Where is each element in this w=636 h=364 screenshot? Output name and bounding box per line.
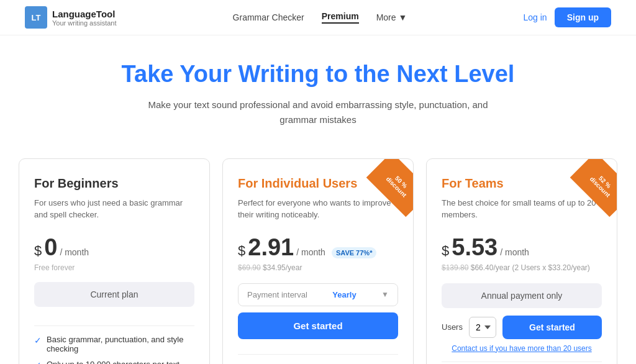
price-per-beginners: / month [60,247,89,257]
logo-sub: Your writing assistant [52,19,117,27]
feature-text: Only up to 10,000 characters per text [47,360,179,364]
price-amount-teams: 5.53 [452,234,497,261]
chevron-down-icon: ▼ [381,290,389,299]
price-per-teams: / month [500,247,529,257]
check-icon: ✓ [34,360,42,364]
price-detail-teams: (2 Users x $33.20/year) [512,263,589,272]
price-sub-teams: $139.80 $66.40/year (2 Users x $33.20/ye… [442,263,602,272]
card-beginners: For Beginners For users who just need a … [19,158,210,364]
get-started-teams-button[interactable]: Get started [502,316,602,339]
current-plan-button[interactable]: Current plan [34,282,194,307]
users-select[interactable]: 2 3 4 5 [469,317,496,338]
users-label: Users [442,322,463,332]
feature-text: Basic grammar, punctuation, and style ch… [47,335,194,353]
contact-link[interactable]: Contact us if you have more than 20 user… [442,344,602,353]
nav-actions: Log in Sign up [524,7,611,27]
price-dollar-beginners: $ [34,243,42,259]
logo-text: LanguageTool Your writing assistant [52,9,117,27]
hero-title: Take Your Writing to the Next Level [12,60,624,89]
logo[interactable]: LT LanguageTool Your writing assistant [25,6,117,29]
divider [442,362,602,362]
payment-interval-value: Yearly [332,290,356,299]
check-icon: ✓ [34,335,42,345]
nav-premium[interactable]: Premium [322,11,359,24]
price-old-individual: $69.90 [238,263,261,272]
get-started-individual-button[interactable]: Get started [238,312,398,339]
divider [34,325,194,326]
header: LT LanguageTool Your writing assistant G… [0,0,636,35]
price-amount-beginners: 0 [44,234,57,261]
card-individual-desc: Perfect for everyone who wants to improv… [238,197,398,223]
price-old-teams: $139.80 [442,263,468,272]
features-beginners: ✓ Basic grammar, punctuation, and style … [34,335,194,364]
annual-only-button[interactable]: Annual payment only [442,283,602,308]
price-new-individual: $34.95/year [263,263,302,272]
signup-button[interactable]: Sign up [555,7,611,27]
card-individual: 50 % discount For Individual Users Perfe… [222,158,414,364]
price-badge-individual: SAVE 77%* [332,247,377,258]
logo-name: LanguageTool [52,9,117,19]
chevron-down-icon: ▼ [399,12,407,22]
pricing-section: For Beginners For users who just need a … [0,140,636,364]
price-per-individual: / month [296,247,325,257]
login-button[interactable]: Log in [524,12,547,22]
card-beginners-desc: For users who just need a basic grammar … [34,197,194,223]
nav-more[interactable]: More ▼ [376,12,407,22]
price-row-teams: $ 5.53 / month [442,234,602,261]
hero-section: Take Your Writing to the Next Level Make… [0,35,636,140]
payment-interval-label: Payment interval [247,290,307,299]
price-new-teams: $66.40/year [471,263,510,272]
price-sub-individual: $69.90 $34.95/year [238,263,398,272]
price-amount-individual: 2.91 [248,234,294,261]
hero-subtitle: Make your text sound professional and av… [138,98,498,127]
feature-item: ✓ Basic grammar, punctuation, and style … [34,335,194,353]
divider [238,354,398,355]
price-dollar-individual: $ [238,243,245,259]
nav-grammar-checker[interactable]: Grammar Checker [233,12,304,22]
card-teams: 52 % discount For Teams The best choice … [426,158,617,364]
price-dollar-teams: $ [442,243,449,259]
price-row-individual: $ 2.91 / month SAVE 77%* [238,234,398,261]
card-teams-desc: The best choice for small teams of up to… [442,197,602,223]
price-row-beginners: $ 0 / month [34,234,194,261]
card-beginners-title: For Beginners [34,176,194,191]
price-sub-beginners: Free forever [34,263,194,272]
users-row: Users 2 3 4 5 Get started [442,316,602,339]
payment-interval-selector[interactable]: Payment interval Yearly ▼ [238,283,398,306]
feature-item: ✓ Only up to 10,000 characters per text [34,360,194,364]
main-nav: Grammar Checker Premium More ▼ [233,11,407,24]
logo-icon: LT [25,6,47,29]
